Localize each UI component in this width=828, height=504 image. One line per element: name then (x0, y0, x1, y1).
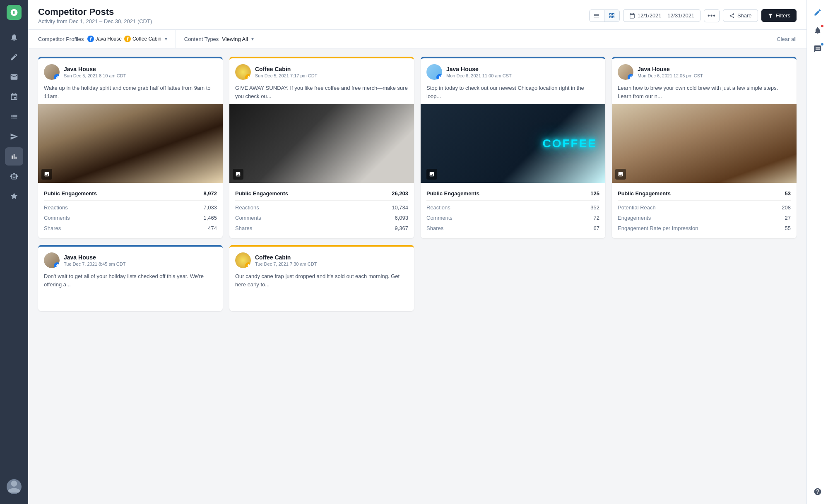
stat-public-engagements-4: Public Engagements 53 (618, 188, 791, 199)
post-card-bottom-1: Java House Tue Dec 7, 2021 8:45 am CDT D… (38, 245, 223, 311)
potential-reach-value-4: 208 (782, 204, 791, 211)
card-brand-2: Coffee Cabin (255, 66, 291, 72)
card-date-2: Sun Dec 5, 2021 7:17 pm CDT (255, 73, 408, 78)
clear-all-button[interactable]: Clear all (777, 36, 797, 42)
comments-value-2: 6,093 (395, 215, 408, 221)
competitor-profiles-filter[interactable]: Competitor Profiles Java House Coffee Ca… (38, 30, 176, 48)
list-view-button[interactable] (590, 10, 604, 22)
sidebar-item-reports[interactable] (5, 108, 23, 126)
card-header-4: Java House Mon Dec 6, 2021 12:05 pm CST (612, 58, 797, 84)
stat-shares-3: Shares 67 (426, 223, 599, 233)
card-brand-b1: Java House (64, 254, 96, 261)
sidebar-item-analytics[interactable] (5, 147, 23, 166)
sidebar-item-notifications[interactable] (5, 28, 23, 46)
empty-slot-4 (612, 245, 797, 311)
content-types-chevron-icon: ▾ (251, 36, 254, 42)
sidebar-item-inbox[interactable] (5, 68, 23, 86)
sidebar-item-reviews[interactable] (5, 187, 23, 205)
view-toggle (589, 10, 620, 22)
image-type-badge-2 (233, 169, 243, 180)
stat-comments-2: Comments 6,093 (235, 213, 408, 223)
card-image-4 (612, 104, 797, 183)
image-type-badge-3 (426, 169, 437, 180)
content-area: Java House Sun Dec 5, 2021 8:10 am CDT W… (28, 48, 806, 504)
notifications-badge (820, 24, 824, 28)
logo[interactable] (7, 5, 22, 20)
stat-public-engagements-2: Public Engagements 26,203 (235, 188, 408, 199)
help-button[interactable] (810, 484, 825, 499)
card-header-2: Coffee Cabin Sun Dec 5, 2021 7:17 pm CDT (229, 58, 414, 84)
chat-badge (820, 42, 824, 46)
pe-value-4: 53 (785, 190, 791, 197)
edit-profile-button[interactable] (810, 5, 825, 20)
post-card-3: Java House Mon Dec 6, 2021 11:00 am CST … (421, 57, 605, 238)
card-brand-4: Java House (638, 66, 670, 72)
filters-button[interactable]: Filters (761, 9, 797, 22)
avatar-3 (426, 64, 442, 80)
reactions-label-3: Reactions (426, 204, 450, 211)
stat-potential-reach-4: Potential Reach 208 (618, 202, 791, 213)
content-types-filter[interactable]: Content Types Viewing All ▾ (184, 30, 262, 48)
page-title: Competitor Posts (38, 7, 152, 17)
fb-icon-coffeecabin (124, 36, 131, 42)
reactions-label-2: Reactions (235, 204, 259, 211)
card-text-b1: Don't wait to get all of your holiday li… (38, 272, 223, 293)
comments-label-3: Comments (426, 215, 453, 221)
engagements-label-4: Engagements (618, 215, 651, 221)
filter-bar: Competitor Profiles Java House Coffee Ca… (28, 30, 806, 48)
shares-value-1: 474 (208, 225, 217, 231)
pe-value-3: 125 (590, 190, 599, 197)
card-date-b1: Tue Dec 7, 2021 8:45 am CDT (64, 262, 217, 266)
avatar-b2 (235, 252, 251, 268)
user-avatar[interactable] (7, 479, 22, 494)
pe-label-3: Public Engagements (426, 190, 479, 197)
profile-badge-coffeecabin: Coffee Cabin (124, 36, 161, 42)
date-range-label: 12/1/2021 – 12/31/2021 (638, 12, 694, 19)
empty-slot-3 (421, 245, 605, 311)
stat-public-engagements-1: Public Engagements 8,972 (44, 188, 217, 199)
page-header: Competitor Posts Activity from Dec 1, 20… (28, 0, 806, 30)
posts-grid: Java House Sun Dec 5, 2021 8:10 am CDT W… (38, 57, 797, 238)
post-card-4: Java House Mon Dec 6, 2021 12:05 pm CST … (612, 57, 797, 238)
sidebar-item-listening[interactable] (5, 127, 23, 146)
posts-grid-bottom: Java House Tue Dec 7, 2021 8:45 am CDT D… (38, 245, 797, 311)
sidebar-item-publishing[interactable] (5, 88, 23, 106)
card-date-4: Mon Dec 6, 2021 12:05 pm CST (638, 73, 791, 78)
card-name-row-2: Coffee Cabin (255, 66, 408, 72)
date-range-button[interactable]: 12/1/2021 – 12/31/2021 (623, 9, 700, 22)
sidebar-item-automation[interactable] (5, 167, 23, 185)
content-types-label: Content Types (184, 36, 219, 42)
sidebar-item-compose[interactable] (5, 48, 23, 66)
more-button[interactable]: ••• (704, 9, 720, 22)
reactions-label-1: Reactions (44, 204, 68, 211)
stat-engagement-rate-4: Engagement Rate per Impression 55 (618, 223, 791, 233)
card-text-3: Stop in today to check out our newest Ch… (421, 84, 605, 104)
card-name-row-1: Java House (64, 66, 217, 72)
notifications-button[interactable] (810, 23, 825, 38)
fb-badge-4 (628, 74, 633, 80)
stat-reactions-1: Reactions 7,033 (44, 202, 217, 213)
card-stats-1: Public Engagements 8,972 Reactions 7,033… (38, 183, 223, 238)
filters-label: Filters (776, 12, 790, 19)
sidebar-bottom (7, 479, 22, 499)
left-sidebar (0, 0, 28, 504)
comments-label-2: Comments (235, 215, 261, 221)
card-stats-2: Public Engagements 26,203 Reactions 10,7… (229, 183, 414, 238)
pe-label-1: Public Engagements (44, 190, 97, 197)
potential-reach-label-4: Potential Reach (618, 204, 656, 211)
card-name-row-3: Java House (446, 66, 599, 72)
grid-view-button[interactable] (604, 10, 619, 22)
profile-list: Java House Coffee Cabin (87, 36, 161, 42)
fb-badge-b2 (245, 262, 251, 268)
reactions-value-2: 10,734 (392, 204, 408, 211)
share-button[interactable]: Share (723, 9, 758, 22)
profile-name-javahouse: Java House (96, 36, 122, 42)
card-brand-3: Java House (446, 66, 479, 72)
fb-badge-3 (436, 74, 442, 80)
fb-icon-javahouse (87, 36, 94, 42)
stat-public-engagements-3: Public Engagements 125 (426, 188, 599, 199)
post-card-bottom-2: Coffee Cabin Tue Dec 7, 2021 7:30 am CDT… (229, 245, 414, 311)
chat-button[interactable] (810, 41, 825, 56)
avatar-b1 (44, 252, 60, 268)
comments-value-1: 1,465 (203, 215, 217, 221)
